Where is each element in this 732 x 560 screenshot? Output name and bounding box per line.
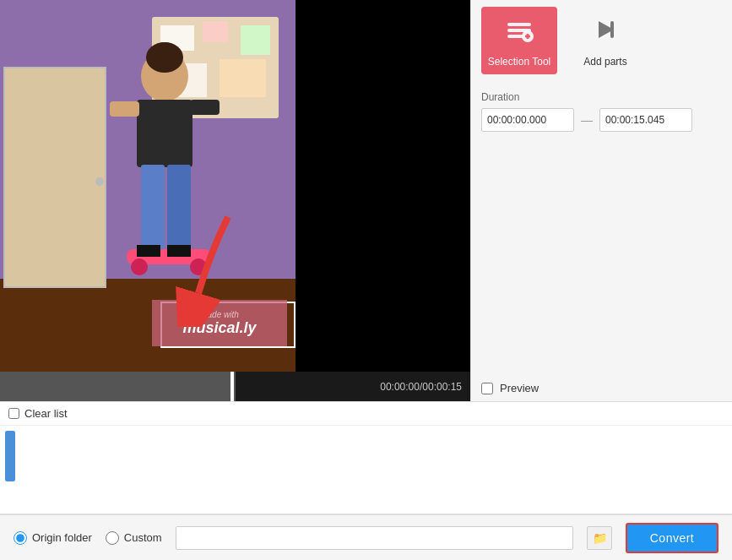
preview-label: Preview: [500, 382, 539, 394]
svg-rect-14: [137, 100, 192, 167]
preview-checkbox[interactable]: [481, 383, 493, 394]
svg-rect-17: [141, 165, 165, 249]
svg-rect-8: [241, 25, 270, 55]
svg-rect-23: [167, 245, 191, 257]
duration-separator: —: [581, 113, 593, 127]
folder-path-input[interactable]: [176, 526, 573, 550]
duration-end-input[interactable]: [599, 108, 692, 132]
svg-rect-33: [610, 21, 614, 38]
radio-group: Origin folder Custom: [14, 531, 162, 545]
custom-folder-label: Custom: [124, 531, 162, 544]
timeline-progress: [0, 372, 236, 401]
list-content: [0, 426, 732, 514]
svg-point-20: [131, 258, 148, 275]
convert-button[interactable]: Convert: [626, 523, 718, 553]
custom-folder-radio[interactable]: [106, 531, 119, 545]
bottom-bar: Origin folder Custom 📁 Convert: [0, 514, 732, 560]
watermark-overlay: made with musical.ly: [152, 300, 287, 346]
timeline-time: 00:00:00/00:00:15: [380, 381, 462, 393]
list-header: Clear list: [0, 402, 732, 426]
watermark-brand: musical.ly: [182, 319, 256, 337]
video-frame: made with musical.ly: [0, 0, 296, 372]
watermark-made-with: made with: [200, 310, 239, 319]
preview-section: Preview: [481, 372, 722, 394]
add-parts-label: Add parts: [583, 56, 626, 68]
duration-label: Duration: [481, 91, 722, 103]
svg-point-4: [95, 177, 104, 186]
folder-icon: 📁: [593, 531, 607, 545]
origin-folder-option: Origin folder: [14, 531, 92, 545]
timeline-bar[interactable]: 00:00:00/00:00:15: [0, 372, 470, 401]
clear-list-checkbox[interactable]: [8, 408, 19, 419]
clear-list-label: Clear list: [24, 407, 68, 420]
svg-point-21: [190, 258, 207, 275]
add-parts-button[interactable]: Add parts: [567, 7, 643, 74]
list-item-thumbnail: [5, 431, 15, 481]
svg-rect-10: [220, 59, 266, 97]
svg-rect-16: [190, 100, 220, 115]
svg-rect-26: [507, 23, 531, 26]
video-section: made with musical.ly: [0, 0, 470, 401]
selection-tool-button[interactable]: Selection Tool: [481, 7, 557, 74]
svg-point-13: [146, 42, 183, 73]
add-parts-icon: [590, 14, 621, 51]
svg-rect-22: [137, 245, 160, 257]
list-area: Clear list: [0, 401, 732, 514]
timeline-thumb: [230, 372, 234, 401]
tools-row: Selection Tool Add parts: [481, 7, 722, 74]
svg-rect-18: [167, 165, 191, 249]
video-canvas: made with musical.ly: [0, 0, 470, 372]
origin-folder-radio[interactable]: [14, 531, 27, 545]
svg-rect-7: [203, 21, 228, 42]
svg-rect-15: [110, 101, 139, 117]
selection-tool-icon: [504, 14, 534, 51]
video-black-area: [296, 0, 470, 372]
duration-section: Duration —: [481, 91, 722, 132]
svg-rect-31: [527, 34, 529, 39]
origin-folder-label: Origin folder: [32, 531, 92, 544]
browse-folder-button[interactable]: 📁: [587, 526, 612, 550]
duration-fields: —: [481, 108, 722, 132]
right-panel: Selection Tool Add parts Duration —: [470, 0, 732, 401]
selection-tool-label: Selection Tool: [488, 56, 551, 68]
custom-folder-option: Custom: [106, 531, 162, 545]
svg-rect-2: [4, 68, 106, 287]
duration-start-input[interactable]: [481, 108, 574, 132]
